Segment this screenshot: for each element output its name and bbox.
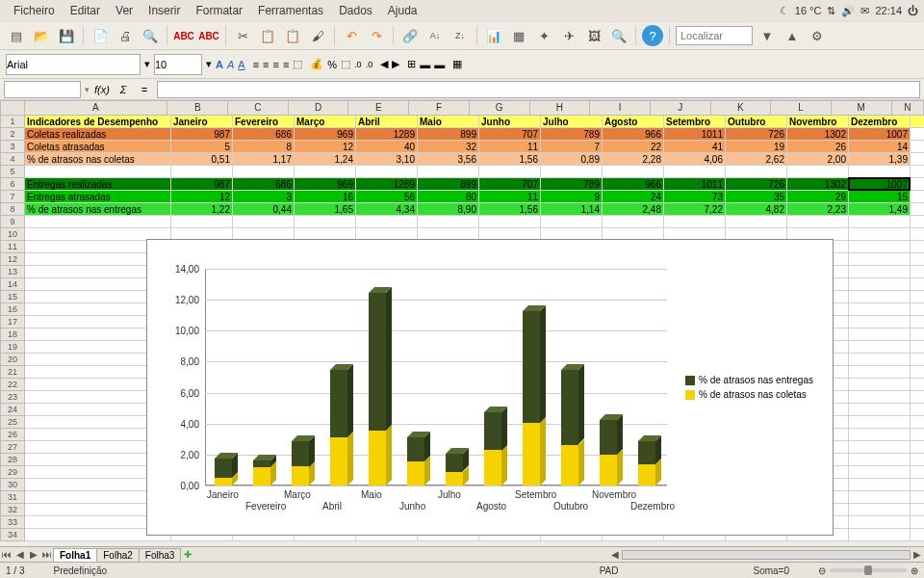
cell[interactable] <box>849 253 911 266</box>
cell[interactable]: 80 <box>418 191 479 203</box>
cell[interactable]: 1,17 <box>233 153 295 166</box>
embedded-chart[interactable]: 0,002,004,006,008,0010,0012,0014,00 Jane… <box>146 239 834 536</box>
cell[interactable]: 40 <box>356 141 418 153</box>
cell[interactable] <box>911 116 924 128</box>
cell[interactable]: 8 <box>233 141 295 153</box>
row-header[interactable]: 10 <box>0 228 25 241</box>
cell[interactable] <box>418 216 479 228</box>
cell[interactable] <box>911 529 924 541</box>
cell[interactable] <box>849 341 911 354</box>
underline-button[interactable]: A <box>238 59 244 70</box>
datapilot-button[interactable]: ✦ <box>533 25 554 46</box>
borders-button[interactable]: ⊞ <box>407 58 416 70</box>
autofilter-button[interactable]: ▦ <box>508 25 529 46</box>
cell[interactable]: 899 <box>418 128 479 141</box>
cell[interactable]: 1,56 <box>479 153 541 166</box>
cell[interactable]: 987 <box>171 178 233 191</box>
col-header[interactable]: B <box>167 100 228 116</box>
cell[interactable]: 35 <box>726 191 787 203</box>
open-button[interactable]: 📂 <box>31 25 52 46</box>
cell[interactable]: 1011 <box>664 128 726 141</box>
add-sheet-button[interactable]: ✚ <box>181 548 194 562</box>
cell[interactable]: Entregas realizadas <box>25 178 171 191</box>
zoom-in-button[interactable]: ⊕ <box>911 565 918 576</box>
cell[interactable]: 24 <box>603 191 664 203</box>
cell[interactable]: Maio <box>418 116 479 128</box>
save-button[interactable]: 💾 <box>56 25 77 46</box>
name-box-dropdown[interactable]: ▾ <box>85 85 90 94</box>
cell[interactable] <box>911 141 924 153</box>
cell[interactable] <box>664 166 726 178</box>
cell[interactable] <box>849 404 911 416</box>
cell[interactable] <box>849 504 911 516</box>
cell[interactable]: Coletas atrasadas <box>25 141 171 153</box>
row-header[interactable]: 9 <box>0 216 25 228</box>
cell[interactable]: 19 <box>726 141 787 153</box>
cell[interactable] <box>849 529 911 541</box>
cell[interactable]: Fevereiro <box>233 116 295 128</box>
row-header[interactable]: 21 <box>0 366 25 379</box>
row-header[interactable]: 17 <box>0 316 25 328</box>
find-prev-button[interactable]: ▲ <box>782 25 803 46</box>
row-header[interactable]: 11 <box>0 241 25 253</box>
font-name-select[interactable] <box>6 54 141 75</box>
cell[interactable]: 1,14 <box>541 203 603 216</box>
menu-ajuda[interactable]: Ajuda <box>380 2 425 19</box>
cell[interactable]: 789 <box>541 128 603 141</box>
cell[interactable] <box>849 216 911 228</box>
cell[interactable] <box>295 216 356 228</box>
cell[interactable]: 1302 <box>787 178 849 191</box>
cell[interactable] <box>911 203 924 216</box>
row-header[interactable]: 33 <box>0 516 25 529</box>
bold-button[interactable]: A <box>216 59 223 70</box>
cell[interactable] <box>356 166 418 178</box>
col-header[interactable]: D <box>289 100 349 116</box>
hyperlink-button[interactable]: 🔗 <box>399 25 421 46</box>
cell[interactable] <box>911 516 924 529</box>
sheet-tab[interactable]: Folha2 <box>96 548 140 562</box>
add-decimal-button[interactable]: .0 <box>354 60 362 69</box>
cell[interactable]: 0,89 <box>541 153 603 166</box>
row-header[interactable]: 18 <box>0 328 25 341</box>
cell[interactable] <box>911 429 924 441</box>
cell[interactable]: 966 <box>603 128 664 141</box>
cell[interactable] <box>911 153 924 166</box>
cell[interactable]: Abril <box>356 116 418 128</box>
cell[interactable] <box>911 178 924 191</box>
cell[interactable] <box>479 216 541 228</box>
cell[interactable] <box>356 216 418 228</box>
cell[interactable] <box>911 216 924 228</box>
cell[interactable]: 73 <box>664 191 726 203</box>
row-header[interactable]: 27 <box>0 441 25 454</box>
sheet-tab[interactable]: Folha1 <box>53 548 97 562</box>
cell[interactable] <box>849 354 911 366</box>
cell[interactable] <box>911 291 924 303</box>
power-icon[interactable]: ⏻ <box>908 5 918 16</box>
col-header[interactable]: M <box>832 100 892 116</box>
cell[interactable]: 1289 <box>356 178 418 191</box>
cell[interactable]: 726 <box>726 128 787 141</box>
col-header[interactable]: K <box>711 100 772 116</box>
cell[interactable] <box>911 441 924 454</box>
cell[interactable]: 56 <box>356 191 418 203</box>
cell[interactable] <box>849 316 911 328</box>
cell[interactable]: 726 <box>726 178 787 191</box>
cell[interactable] <box>295 166 356 178</box>
cell[interactable] <box>911 266 924 278</box>
cell[interactable]: 1,39 <box>849 153 911 166</box>
cell[interactable]: Julho <box>541 116 603 128</box>
cell[interactable] <box>849 366 911 379</box>
increase-indent-button[interactable]: ▶ <box>392 58 399 70</box>
cell[interactable] <box>849 516 911 529</box>
cell[interactable]: 1,65 <box>295 203 356 216</box>
italic-button[interactable]: A <box>227 59 234 70</box>
row-header[interactable]: 12 <box>0 253 25 266</box>
row-header[interactable]: 19 <box>0 341 25 354</box>
cell[interactable] <box>603 216 664 228</box>
tab-nav-first[interactable]: ⏮ <box>0 548 13 562</box>
row-header[interactable]: 22 <box>0 379 25 391</box>
percent-button[interactable]: % <box>327 59 337 70</box>
cell[interactable] <box>171 166 233 178</box>
col-header[interactable]: G <box>470 100 530 116</box>
name-box-input[interactable] <box>4 81 81 98</box>
